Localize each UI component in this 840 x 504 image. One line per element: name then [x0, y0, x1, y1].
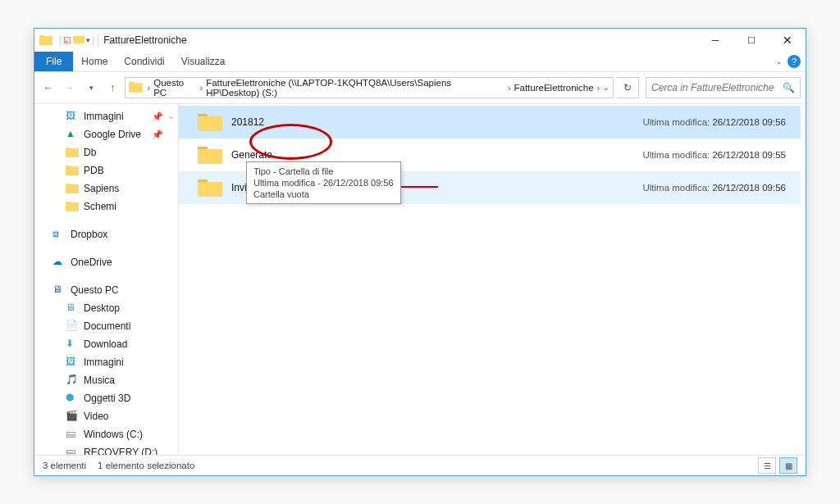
folder-row-201812[interactable]: 201812Ultima modifica: 26/12/2018 09:56 [179, 106, 801, 138]
tree-dropbox[interactable]: ⧈Dropbox [34, 225, 178, 243]
svg-rect-4 [129, 82, 134, 84]
quick-access-toolbar: | ☑ ▾ | [56, 34, 98, 48]
tree-item-recovery-d-[interactable]: 🖴RECOVERY (D:) [34, 443, 178, 455]
folder-modified: Ultima modifica: 26/12/2018 09:56 [642, 117, 801, 127]
close-button[interactable]: ✕ [769, 29, 806, 52]
up-button[interactable]: ↑ [103, 79, 121, 97]
chevron-right-icon[interactable]: › [148, 84, 150, 93]
folder-icon [197, 175, 223, 201]
ribbon-expand-icon[interactable]: ⌄ [776, 57, 783, 66]
status-count: 3 elementi [43, 461, 86, 470]
navbar: ← → ▾ ↑ › Questo PC › FattureElettronich… [34, 72, 806, 104]
minimize-button[interactable]: ─ [697, 29, 733, 52]
explorer-window: | ☑ ▾ | FattureElettroniche ─ ☐ ✕ File H… [34, 28, 806, 476]
view-tiles-button[interactable]: ▦ [779, 457, 797, 474]
help-icon[interactable]: ? [788, 55, 801, 68]
tree-item-musica[interactable]: 🎵Musica [34, 371, 178, 389]
refresh-button[interactable]: ↻ [617, 77, 639, 98]
titlebar: | ☑ ▾ | FattureElettroniche ─ ☐ ✕ [34, 29, 806, 52]
search-input[interactable]: Cerca in FattureElettroniche 🔍 [646, 77, 801, 98]
tree-thispc[interactable]: 🖥Questo PC [34, 281, 178, 299]
tree-item-google-drive[interactable]: ▲Google Drive📌 [34, 125, 178, 143]
tree-item-immagini[interactable]: 🖼Immagini📌⌄ [34, 107, 178, 125]
dropbox-icon: ⧈ [52, 228, 66, 241]
qa-checkbox-icon[interactable]: ☑ [63, 35, 71, 46]
folder-icon [197, 142, 223, 168]
folder-icon [66, 200, 79, 213]
svg-rect-18 [198, 182, 222, 197]
folder-icon [39, 34, 52, 47]
svg-rect-8 [66, 166, 71, 168]
3d-icon: ⬢ [66, 392, 79, 405]
pc-icon: 🖥 [52, 284, 66, 297]
chevron-right-icon[interactable]: › [200, 84, 203, 93]
svg-rect-14 [198, 116, 222, 131]
file-list[interactable]: 201812Ultima modifica: 26/12/2018 09:56G… [179, 104, 806, 455]
desktop-icon: 🖥 [66, 302, 79, 315]
chevron-down-icon[interactable]: ⌄ [168, 112, 175, 120]
tree-item-immagini[interactable]: 🖼Immagini [34, 353, 178, 371]
tree-item-video[interactable]: 🎬Video [34, 407, 178, 425]
folder-tooltip: Tipo - Cartella di file Ultima modifica … [246, 161, 401, 204]
folder-modified: Ultima modifica: 26/12/2018 09:56 [642, 183, 801, 193]
svg-rect-6 [66, 148, 71, 150]
tab-share[interactable]: Condividi [116, 52, 172, 71]
tree-item-pdb[interactable]: PDB [34, 161, 178, 179]
folder-icon [197, 109, 223, 135]
tab-home[interactable]: Home [73, 52, 116, 71]
gdrive-icon: ▲ [66, 128, 79, 141]
tree-item-schemi[interactable]: Schemi [34, 198, 178, 216]
ribbon-tabs: File Home Condividi Visualizza ⌄ ? [34, 52, 806, 72]
folder-modified: Ultima modifica: 26/12/2018 09:55 [642, 150, 801, 160]
drive-icon: 🖴 [66, 446, 79, 455]
nav-tree[interactable]: 🖼Immagini📌⌄▲Google Drive📌DbPDBSapiensSch… [34, 104, 179, 455]
breadcrumb-dropdown-icon[interactable]: ⌄ [603, 84, 609, 92]
crumb-thispc[interactable]: Questo PC [153, 78, 197, 98]
pictures-icon: 🖼 [66, 110, 79, 123]
forward-button[interactable]: → [61, 79, 79, 97]
tree-item-download[interactable]: ⬇Download [34, 335, 178, 353]
search-placeholder: Cerca in FattureElettroniche [651, 82, 774, 93]
qa-folder-icon[interactable] [73, 34, 84, 48]
status-bar: 3 elementi 1 elemento selezionato ☰ ▦ [34, 455, 806, 475]
tree-item-desktop[interactable]: 🖥Desktop [34, 299, 178, 317]
onedrive-icon: ☁ [52, 256, 66, 269]
crumb-folder[interactable]: FattureElettroniche [514, 83, 593, 93]
tree-item-oggetti-3d[interactable]: ⬢Oggetti 3D [34, 389, 178, 407]
tree-item-windows-c-[interactable]: 🖴Windows (C:) [34, 425, 178, 443]
tree-onedrive[interactable]: ☁OneDrive [34, 253, 178, 271]
video-icon: 🎬 [66, 410, 79, 423]
svg-rect-1 [39, 35, 44, 38]
maximize-button[interactable]: ☐ [733, 29, 769, 52]
breadcrumb-folder-icon [129, 80, 143, 95]
qa-dropdown-icon[interactable]: ▾ [86, 36, 90, 44]
download-icon: ⬇ [66, 338, 79, 351]
window-title: FattureElettroniche [103, 34, 186, 46]
tab-file[interactable]: File [34, 52, 73, 71]
folder-icon [66, 146, 79, 159]
music-icon: 🎵 [66, 374, 79, 387]
recent-dropdown[interactable]: ▾ [82, 79, 100, 97]
crumb-drive[interactable]: FattureElettroniche (\\LAPTOP-1KQHTQ8A\U… [206, 78, 504, 98]
chevron-right-icon[interactable]: › [508, 84, 510, 93]
chevron-right-icon[interactable]: › [597, 84, 600, 93]
svg-rect-2 [73, 35, 84, 43]
tab-view[interactable]: Visualizza [173, 52, 234, 71]
documents-icon: 📄 [66, 320, 79, 333]
breadcrumb[interactable]: › Questo PC › FattureElettroniche (\\LAP… [125, 77, 614, 98]
folder-name: 201812 [231, 116, 518, 128]
qa-separator: | [92, 34, 94, 46]
folder-icon [66, 182, 79, 195]
qa-separator: | [59, 34, 62, 46]
pictures-icon: 🖼 [66, 356, 79, 369]
tree-item-sapiens[interactable]: Sapiens [34, 179, 178, 198]
folder-name: Generate [231, 149, 518, 161]
folder-icon [66, 164, 79, 177]
search-icon: 🔍 [783, 82, 795, 93]
view-details-button[interactable]: ☰ [758, 457, 776, 474]
status-selected: 1 elemento selezionato [98, 461, 194, 470]
tree-item-db[interactable]: Db [34, 143, 178, 161]
tree-item-documenti[interactable]: 📄Documenti [34, 317, 178, 335]
back-button[interactable]: ← [39, 79, 57, 97]
pin-icon: 📌 [152, 111, 163, 122]
